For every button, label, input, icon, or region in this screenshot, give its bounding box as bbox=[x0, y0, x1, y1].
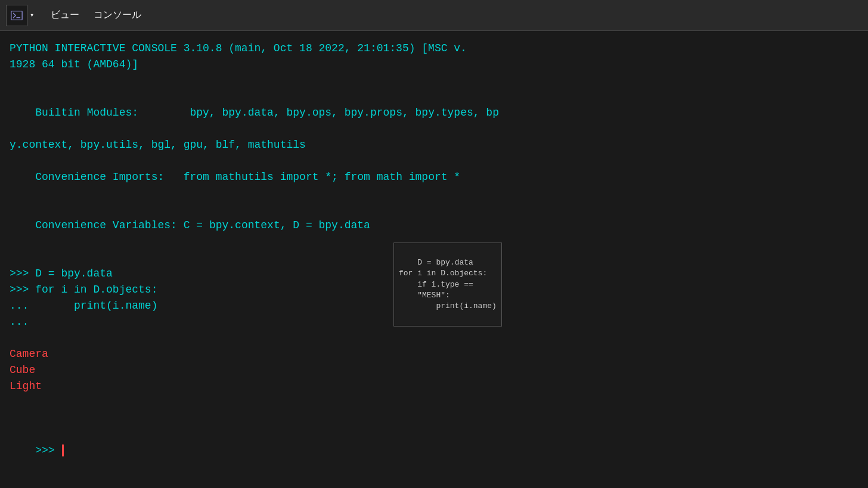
header-line2: 1928 64 bit (AMD64)] bbox=[10, 57, 858, 73]
console-area[interactable]: PYTHON INTERACTIVE CONSOLE 3.10.8 (main,… bbox=[0, 31, 868, 488]
final-prompt[interactable]: >>> bbox=[10, 427, 858, 475]
title-bar: ▾ ビュー コンソール bbox=[0, 0, 868, 31]
output-cube: Cube bbox=[10, 362, 858, 378]
convenience-imports-line: Convenience Imports: from mathutils impo… bbox=[10, 153, 858, 201]
builtin-modules-line2: y.context, bpy.utils, bgl, gpu, blf, mat… bbox=[10, 137, 858, 153]
header-line1: PYTHON INTERACTIVE CONSOLE 3.10.8 (main,… bbox=[10, 41, 858, 57]
tooltip-popup: D = bpy.data for i in D.objects: if i.ty… bbox=[393, 243, 502, 327]
console-icon-dropdown[interactable]: ▾ bbox=[6, 5, 34, 26]
svg-rect-0 bbox=[11, 11, 22, 20]
console-icon bbox=[6, 5, 27, 26]
output-camera: Camera bbox=[10, 346, 858, 362]
cursor bbox=[62, 445, 64, 456]
output-light: Light bbox=[10, 378, 858, 394]
title-bar-menu: ビュー コンソール bbox=[51, 9, 141, 21]
dropdown-arrow: ▾ bbox=[30, 11, 34, 20]
menu-item-view[interactable]: ビュー bbox=[51, 9, 79, 21]
menu-item-console[interactable]: コンソール bbox=[94, 9, 141, 21]
builtin-modules-line: Builtin Modules: bpy, bpy.data, bpy.ops,… bbox=[10, 89, 858, 137]
